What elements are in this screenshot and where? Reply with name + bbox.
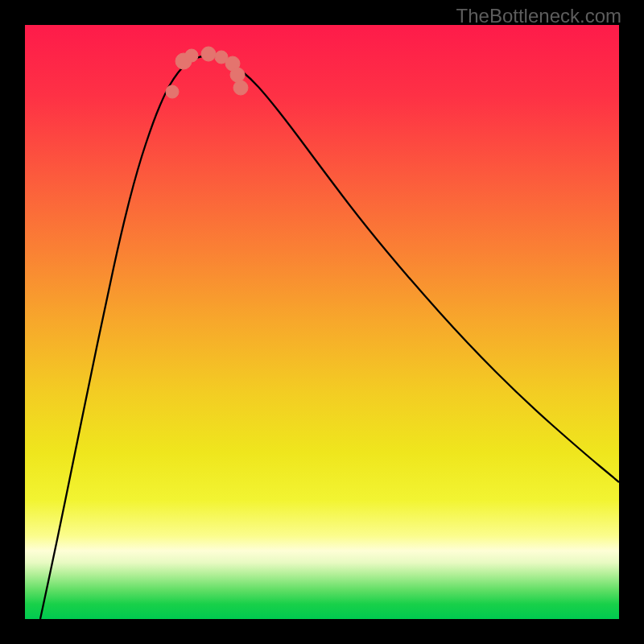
curve-marker [166, 85, 179, 98]
curve-marker [233, 80, 248, 95]
curve-marker [201, 47, 216, 61]
curve-marker [185, 49, 198, 62]
watermark-text: TheBottleneck.com [456, 5, 621, 27]
chart-frame: TheBottleneck.com [0, 0, 644, 644]
curve-path [40, 56, 619, 620]
bottleneck-curve [25, 25, 619, 619]
plot-area [25, 25, 619, 619]
curve-marker [230, 68, 245, 82]
